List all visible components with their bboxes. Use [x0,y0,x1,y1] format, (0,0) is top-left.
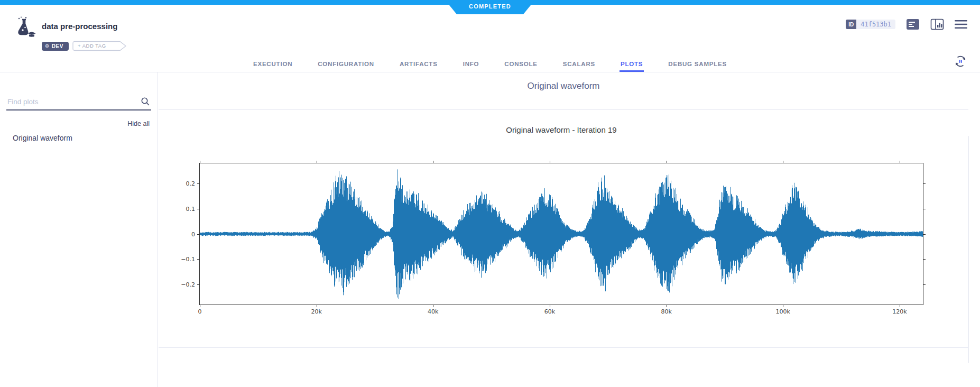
tick-mark [550,305,550,307]
tick-mark [667,305,667,307]
tag-dev-label: DEV [52,43,63,49]
tab-console[interactable]: CONSOLE [503,56,538,72]
side-panel-chart-icon[interactable] [930,19,944,30]
tick-mark [200,161,200,163]
tab-configuration[interactable]: CONFIGURATION [317,56,375,72]
y-tick-label: −0.1 [181,256,195,263]
plots-main: Original waveform Original waveform - It… [159,72,980,387]
tab-artifacts[interactable]: ARTIFACTS [399,56,439,72]
add-tag-label: + ADD TAG [78,43,106,49]
hide-all-link[interactable]: Hide all [127,120,150,127]
tick-mark [783,305,783,307]
tick-mark [200,305,200,307]
tick-mark [550,161,550,163]
tick-mark [923,234,926,235]
divider-top [159,109,968,110]
tab-info[interactable]: INFO [462,56,480,72]
search-input[interactable] [6,96,151,110]
task-title[interactable]: data pre-processing [42,22,117,31]
tab-scalars[interactable]: SCALARS [562,56,596,72]
x-tick-label: 120k [892,308,907,315]
tags-row: ⚙ DEV + ADD TAG [42,41,127,51]
x-tick-label: 100k [776,308,790,315]
details-panel-icon[interactable] [906,19,920,30]
add-tag-button[interactable]: + ADD TAG [72,41,127,51]
experiment-type-icon [12,15,37,41]
menu-icon[interactable] [955,20,967,29]
tick-mark [433,161,433,163]
plot-list-item[interactable]: Original waveform [0,130,158,146]
gear-icon: ⚙ [45,44,50,49]
tick-mark [667,161,667,163]
tick-mark [433,305,433,307]
tab-execution[interactable]: EXECUTION [252,56,293,72]
tab-bar: EXECUTION CONFIGURATION ARTIFACTS INFO C… [0,56,980,72]
y-tick-label: −0.2 [181,281,195,288]
header: data pre-processing ⚙ DEV + ADD TAG ID 4… [0,5,980,72]
status-ribbon: COMPLETED [445,0,535,14]
plot-title: Original waveform - Iteration 19 [199,125,923,134]
auto-refresh-icon[interactable] [953,53,968,69]
plot-list: Original waveform [0,130,158,146]
scrollbar-track[interactable] [968,136,969,363]
y-tick-label: 0.1 [186,205,196,212]
x-tick-label: 40k [428,308,438,315]
tick-mark [923,284,926,285]
tick-mark [197,209,200,209]
tick-mark [197,284,200,285]
tick-mark [783,161,783,163]
waveform-canvas[interactable] [200,163,923,305]
tick-mark [923,183,926,184]
x-tick-label: 80k [661,308,671,315]
id-value: 41f513b1 [856,20,895,29]
tick-mark [923,209,926,209]
tick-mark [317,161,317,163]
tab-debug-samples[interactable]: DEBUG SAMPLES [667,56,728,72]
tick-mark [923,259,926,260]
tick-mark [900,305,900,307]
tick-mark [197,234,200,235]
x-tick-label: 0 [198,308,202,315]
search-icon [141,97,150,106]
id-label: ID [846,20,856,29]
tick-mark [197,259,200,260]
y-tick-label: 0.2 [186,180,196,187]
plots-sidebar: Hide all Original waveform [0,72,158,387]
chart-plot-area[interactable]: 020k40k60k80k100k120k0.20.10−0.1−0.2 [199,163,923,305]
x-tick-label: 20k [311,308,321,315]
header-actions: ID 41f513b1 [846,19,967,30]
tab-plots[interactable]: PLOTS [620,56,644,72]
task-id-badge[interactable]: ID 41f513b1 [846,20,895,29]
divider-bottom [159,347,968,348]
x-tick-label: 60k [544,308,555,315]
tick-mark [900,161,900,163]
y-tick-label: 0 [191,231,195,237]
plot-search [6,96,151,110]
tick-mark [317,305,317,307]
plot-group-title: Original waveform [159,81,968,91]
status-ribbon-label: COMPLETED [469,3,511,10]
tick-mark [197,183,200,184]
tag-dev[interactable]: ⚙ DEV [42,42,69,51]
